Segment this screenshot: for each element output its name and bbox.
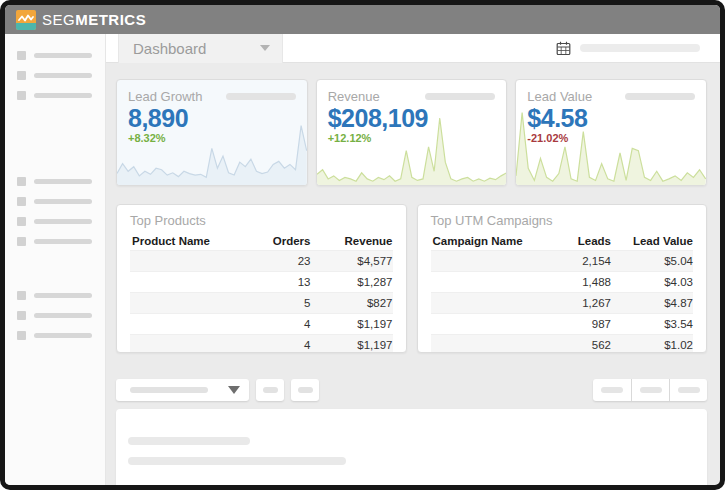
nav-bullet-icon [17, 177, 26, 186]
button-label-placeholder [298, 387, 313, 393]
column-header: Lead Value [611, 235, 693, 247]
metric-value: 8,890 [128, 104, 296, 132]
button-label-placeholder [263, 387, 278, 393]
date-range-placeholder [580, 44, 700, 52]
nav-bullet-icon [17, 217, 26, 226]
view-toggle-2[interactable] [631, 379, 669, 401]
view-toggle-3[interactable] [669, 379, 707, 401]
nav-label-placeholder [34, 219, 92, 224]
brand-name: SEGMETRICS [42, 11, 146, 28]
filter-controls-row [116, 379, 707, 401]
nav-label-placeholder [34, 73, 92, 78]
table-row: 13$1,287 [130, 271, 393, 292]
sidebar-item[interactable] [17, 291, 105, 300]
cell-leads: 1,267 [543, 297, 611, 309]
cell-orders: 4 [243, 339, 311, 351]
sidebar-group-3 [17, 291, 105, 351]
brand-name-bold: METRICS [75, 11, 146, 28]
table-row: 987$3.54 [431, 313, 694, 334]
cell-leads: 1,488 [543, 276, 611, 288]
table-header: Campaign Name Leads Lead Value [431, 232, 694, 250]
filter-dropdown[interactable] [116, 379, 249, 401]
sidebar-item[interactable] [17, 177, 105, 186]
metric-pill-placeholder [625, 93, 695, 100]
cell-lead-value: $4.87 [611, 297, 693, 309]
metric-card-lead-value: Lead Value $4.58 -21.02% [515, 79, 707, 186]
column-header: Product Name [130, 235, 243, 247]
metric-value: $208,109 [328, 104, 496, 132]
table-title: Top UTM Campaigns [431, 213, 694, 229]
table-row: 23$4,577 [130, 250, 393, 271]
sidebar-item[interactable] [17, 197, 105, 206]
cell-orders: 5 [243, 297, 311, 309]
panel-heading-placeholder [128, 437, 250, 445]
top-products-table: Top Products Product Name Orders Revenue… [116, 204, 407, 353]
metric-delta: -21.02% [527, 132, 695, 144]
metric-title: Lead Value [527, 89, 592, 104]
logo-chart-icon [16, 10, 36, 30]
column-header: Orders [243, 235, 311, 247]
nav-label-placeholder [34, 93, 92, 98]
metric-card-revenue: Revenue $208,109 +12.12% [316, 79, 508, 186]
sidebar-item[interactable] [17, 237, 105, 246]
sidebar [5, 34, 106, 485]
table-title: Top Products [130, 213, 393, 229]
bottom-detail-panel [116, 409, 707, 485]
nav-bullet-icon [17, 51, 26, 60]
cell-lead-value: $4.03 [611, 276, 693, 288]
cell-revenue: $1,287 [311, 276, 393, 288]
metric-title: Lead Growth [128, 89, 202, 104]
nav-label-placeholder [34, 53, 92, 58]
cell-orders: 23 [243, 255, 311, 267]
filter-button-2[interactable] [291, 379, 319, 401]
calendar-icon [556, 41, 571, 56]
cell-revenue: $4,577 [311, 255, 393, 267]
view-toggle-group [593, 379, 707, 401]
date-range-picker[interactable] [556, 41, 700, 56]
nav-bullet-icon [17, 237, 26, 246]
nav-label-placeholder [34, 333, 92, 338]
sidebar-item[interactable] [17, 217, 105, 226]
app-header: SEGMETRICS [5, 5, 720, 34]
filter-button-1[interactable] [256, 379, 284, 401]
nav-label-placeholder [34, 293, 92, 298]
sidebar-item[interactable] [17, 311, 105, 320]
nav-label-placeholder [34, 313, 92, 318]
nav-label-placeholder [34, 179, 92, 184]
view-toggle-1[interactable] [593, 379, 631, 401]
cell-revenue: $1,197 [311, 318, 393, 330]
sidebar-item[interactable] [17, 331, 105, 340]
nav-bullet-icon [17, 291, 26, 300]
sidebar-item[interactable] [17, 71, 105, 80]
table-row: 1,488$4.03 [431, 271, 694, 292]
dashboard-selector[interactable]: Dashboard [118, 34, 283, 63]
column-header: Campaign Name [431, 235, 544, 247]
metric-pill-placeholder [226, 93, 296, 100]
chevron-down-icon [260, 45, 270, 51]
button-label-placeholder [601, 387, 623, 393]
column-header: Revenue [311, 235, 393, 247]
nav-bullet-icon [17, 331, 26, 340]
metric-delta: +12.12% [328, 132, 496, 144]
table-row: 2,154$5.04 [431, 250, 694, 271]
cell-lead-value: $5.04 [611, 255, 693, 267]
app-window: SEGMETRICS D [0, 0, 725, 490]
sidebar-item[interactable] [17, 51, 105, 60]
cell-revenue: $1,197 [311, 339, 393, 351]
table-row: 4$1,197 [130, 334, 393, 353]
table-row: 562$1.02 [431, 334, 694, 353]
cell-revenue: $827 [311, 297, 393, 309]
sidebar-group-1 [17, 51, 105, 111]
chevron-down-icon [228, 386, 240, 394]
cell-lead-value: $3.54 [611, 318, 693, 330]
metric-title: Revenue [328, 89, 380, 104]
metric-card-lead-growth: Lead Growth 8,890 +8.32% [116, 79, 308, 186]
metric-value: $4.58 [527, 104, 695, 132]
cell-leads: 987 [543, 318, 611, 330]
filter-value-placeholder [130, 387, 208, 393]
sidebar-item[interactable] [17, 91, 105, 100]
nav-bullet-icon [17, 197, 26, 206]
top-utm-campaigns-table: Top UTM Campaigns Campaign Name Leads Le… [417, 204, 708, 353]
page-title: Dashboard [133, 40, 260, 57]
brand-name-light: SEG [42, 11, 75, 28]
